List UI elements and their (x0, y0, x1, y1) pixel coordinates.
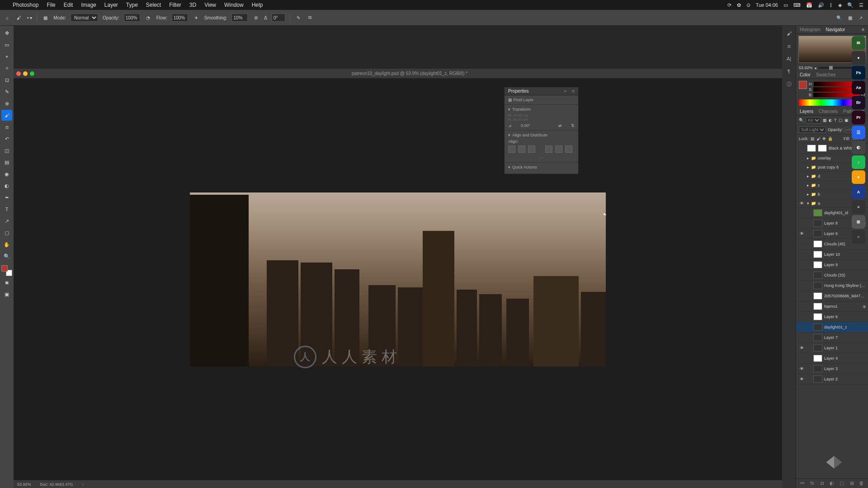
brush-tool[interactable]: 🖌 (1, 110, 12, 121)
width-value[interactable]: W: 43.85 cm (508, 113, 575, 117)
menu-view[interactable]: View (204, 2, 216, 8)
layer-row[interactable]: daylight01_z (796, 322, 868, 333)
menu-filter[interactable]: Filter (169, 2, 181, 8)
layer-row[interactable]: tiqeno1◉ (796, 301, 868, 312)
menu-image[interactable]: Image (81, 2, 96, 8)
layer-name[interactable]: Layer 2 (824, 377, 866, 381)
layer-thumbnail[interactable] (813, 375, 822, 383)
layer-thumbnail[interactable] (813, 240, 822, 248)
layer-name[interactable]: Hong Kong Skyline (328) (824, 283, 866, 288)
fg-color[interactable] (1, 265, 8, 272)
menu-type[interactable]: Type (126, 2, 138, 8)
filter-shape-icon[interactable]: ▢ (839, 118, 843, 122)
dock-app[interactable]: Br (852, 96, 865, 109)
layer-thumbnail[interactable] (813, 209, 822, 216)
brush-preset-picker[interactable]: • ▾ (27, 15, 32, 20)
zoom-status[interactable]: 53.92% (17, 482, 31, 487)
blend-mode-layer-select[interactable]: Soft Light (799, 127, 826, 133)
search-icon[interactable]: 🔍 (835, 14, 843, 21)
share-icon[interactable]: ↗ (857, 14, 864, 21)
layer-thumbnail[interactable] (813, 282, 822, 289)
align-top-button[interactable] (545, 145, 552, 153)
adjust-icon[interactable]: ◐ (829, 480, 835, 487)
mask-icon[interactable]: ◘ (819, 480, 826, 487)
filter-adj-icon[interactable]: ◐ (829, 118, 832, 122)
layer-thumbnail[interactable] (813, 344, 822, 352)
home-icon[interactable]: ⌂ (4, 14, 11, 21)
filter-icon[interactable]: 🔍 (799, 118, 804, 122)
properties-tab[interactable]: Properties (508, 89, 529, 94)
dock-app[interactable]: ● (852, 170, 865, 184)
layer-name[interactable]: Layer 1 (824, 346, 866, 350)
dock-app[interactable]: ♪ (852, 155, 865, 169)
menu-layer[interactable]: Layer (104, 2, 118, 8)
align-left-button[interactable] (508, 145, 515, 153)
close-icon[interactable] (16, 71, 21, 76)
menu-edit[interactable]: Edit (64, 2, 73, 8)
layer-thumbnail[interactable] (813, 292, 822, 300)
symmetry-icon[interactable]: ⧉ (307, 14, 314, 21)
panel-dock-icon[interactable]: » (564, 89, 567, 94)
clone-panel-icon[interactable]: ⧈ (784, 41, 794, 51)
dodge-tool[interactable]: ◐ (1, 180, 12, 191)
bluetooth-icon[interactable]: ᛒ (830, 2, 833, 8)
layer-thumbnail[interactable] (813, 230, 822, 237)
layer-thumbnail[interactable] (813, 313, 822, 320)
histogram-tab[interactable]: Histogram (800, 27, 821, 32)
layer-row[interactable]: 👁Layer 2 (796, 374, 868, 385)
layer-thumbnail[interactable] (813, 365, 822, 372)
folder-arrow-icon[interactable]: ▸ (807, 183, 809, 188)
filter-smart-icon[interactable]: ▣ (844, 118, 849, 122)
dock-app[interactable]: ✉ (852, 36, 865, 50)
airbrush-icon[interactable]: ✈ (193, 14, 200, 21)
maximize-icon[interactable] (30, 71, 34, 76)
dock-app[interactable]: ☰ (852, 126, 865, 139)
gear-icon[interactable]: ✿ (737, 2, 741, 8)
pen-tool[interactable]: ✒ (1, 192, 12, 203)
status-arrow-icon[interactable]: › (82, 482, 84, 487)
panel-menu-icon[interactable]: ≡ (572, 89, 575, 94)
folder-arrow-icon[interactable]: ▸ (807, 174, 809, 178)
layer-thumbnail[interactable] (813, 272, 822, 279)
layer-name[interactable]: tiqeno1 (824, 304, 861, 309)
layer-row[interactable]: Layer 9 (796, 260, 868, 270)
sync-icon[interactable]: ⟳ (727, 2, 731, 8)
char-panel-icon[interactable]: A| (784, 54, 794, 64)
flow-input[interactable] (172, 14, 188, 22)
quickmask-tool[interactable]: ◙ (1, 277, 12, 288)
angle-value[interactable]: 0.00° (521, 123, 530, 128)
workspace-icon[interactable]: ▦ (846, 14, 854, 21)
brush-settings-icon[interactable]: ▦ (42, 14, 49, 21)
input-icon[interactable]: ⌨ (793, 2, 801, 8)
panel-menu-icon[interactable]: ≡ (862, 27, 864, 32)
align-right-button[interactable] (528, 145, 535, 153)
color-tab[interactable]: Color (800, 72, 811, 77)
para-panel-icon[interactable]: ¶ (784, 66, 794, 76)
newlayer-icon[interactable]: ⊞ (849, 480, 855, 487)
shape-tool[interactable]: ▢ (1, 227, 12, 238)
height-value[interactable]: H: 39.07 cm (508, 117, 575, 122)
swatches-tab[interactable]: Swatches (816, 72, 835, 77)
dock-app[interactable]: ◐ (852, 141, 865, 154)
history-brush-tool[interactable]: ↶ (1, 133, 12, 144)
layer-row[interactable]: Layer 10 (796, 249, 868, 260)
visibility-toggle[interactable]: 👁 (798, 201, 805, 206)
gradient-tool[interactable]: ▤ (1, 157, 12, 168)
fliph-icon[interactable]: ⇄ (558, 123, 562, 128)
dock-app[interactable]: Ps (852, 66, 865, 80)
layer-thumbnail[interactable] (813, 220, 822, 227)
layer-thumbnail[interactable] (813, 355, 822, 362)
layer-name[interactable]: Layer 9 (824, 263, 866, 267)
layer-thumbnail[interactable] (813, 324, 822, 331)
visibility-toggle[interactable]: 👁 (798, 366, 805, 371)
control-icon[interactable]: ☰ (859, 2, 863, 8)
layers-tab[interactable]: Layers (800, 109, 813, 114)
eyedropper-tool[interactable]: ✎ (1, 86, 12, 97)
layer-row[interactable]: Hong Kong Skyline (328) (796, 281, 868, 291)
smoothing-gear-icon[interactable]: ⚙ (252, 14, 259, 21)
dock-app[interactable]: Ae (852, 81, 865, 94)
minimize-icon[interactable] (23, 71, 28, 76)
lock-pos-icon[interactable]: ✥ (822, 136, 826, 141)
zoom-value[interactable]: 53.92% (799, 66, 813, 70)
layer-row[interactable]: Layer 6 (796, 312, 868, 322)
